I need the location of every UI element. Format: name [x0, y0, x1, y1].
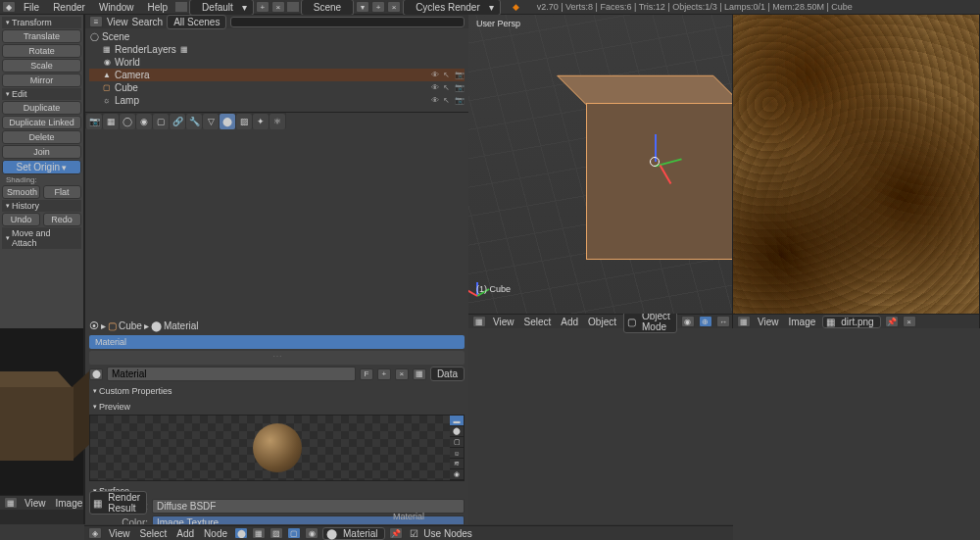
remove-layout-icon[interactable]: × — [271, 1, 285, 13]
pivot-icon[interactable]: ⊕ — [699, 316, 712, 327]
custom-props-header[interactable]: Custom Properties — [89, 385, 465, 397]
eye-icon[interactable]: 👁 — [431, 71, 441, 79]
texture-nodes-icon[interactable]: ▨ — [270, 527, 283, 539]
delete-button[interactable]: Delete — [2, 130, 81, 144]
layers-tab-icon[interactable]: ▦ — [103, 114, 119, 129]
pin-icon[interactable]: 📌 — [885, 316, 899, 327]
render-view-menu[interactable]: View — [22, 498, 49, 509]
physics-tab-icon[interactable]: ⚛ — [270, 114, 285, 129]
world-tab-icon[interactable]: ◉ — [136, 114, 152, 129]
render-image-dropdown[interactable]: ▦ Render Result — [89, 491, 147, 515]
scene-tab-icon[interactable]: ◯ — [120, 114, 135, 129]
add-menu[interactable]: Add — [558, 317, 581, 327]
mat-browse-icon[interactable]: ⬤ — [89, 368, 103, 380]
render-tab-icon[interactable]: 📷 — [86, 114, 102, 129]
mat-add-icon[interactable]: + — [377, 368, 391, 380]
move-attach-header[interactable]: Move and Attach — [2, 227, 81, 249]
constraint-tab-icon[interactable]: 🔗 — [170, 114, 185, 129]
undo-button[interactable]: Undo — [2, 213, 40, 226]
object-shader-icon[interactable]: ▢ — [287, 527, 301, 539]
preview-sphere-icon[interactable]: ⬤ — [450, 426, 464, 437]
menu-window[interactable]: Window — [93, 1, 140, 14]
node-add-menu[interactable]: Add — [173, 528, 197, 539]
object-menu[interactable]: Object — [585, 317, 619, 327]
remove-scene-icon[interactable]: × — [387, 1, 401, 13]
render-icon[interactable]: 📷 — [455, 96, 465, 105]
scale-button[interactable]: Scale — [2, 59, 81, 73]
eye-icon[interactable]: 👁 — [431, 96, 441, 105]
material-slot[interactable]: Material — [89, 335, 465, 349]
smooth-button[interactable]: Smooth — [2, 185, 40, 199]
node-material-dropdown[interactable]: ⬤ Material — [322, 527, 385, 540]
remove-image-icon[interactable]: × — [903, 316, 916, 327]
render-image[interactable] — [0, 328, 83, 495]
menu-render[interactable]: Render — [47, 1, 91, 14]
tree-renderlayers-row[interactable]: ▦RenderLayers▦ — [89, 43, 465, 56]
view-menu[interactable]: View — [490, 317, 517, 327]
preview-monkey-icon[interactable]: ☺ — [450, 448, 464, 459]
layout-dropdown[interactable]: Default ▾ — [189, 0, 254, 16]
modifier-tab-icon[interactable]: 🔧 — [186, 114, 202, 129]
node-node-menu[interactable]: Node — [201, 528, 230, 539]
tree-camera-row[interactable]: ▲Camera👁↖📷 — [89, 69, 465, 81]
engine-dropdown[interactable]: Cycles Render ▾ — [403, 0, 501, 16]
preview-cube-icon[interactable]: ▢ — [450, 437, 464, 448]
preview-world-icon[interactable]: ◉ — [450, 469, 464, 480]
node-view-menu[interactable]: View — [106, 528, 133, 539]
data-link-dropdown[interactable]: Data — [430, 367, 465, 381]
editor-type-icon[interactable]: ▦ — [472, 316, 486, 327]
set-origin-dropdown[interactable]: Set Origin ▾ — [2, 160, 81, 174]
outliner-type-icon[interactable]: ≡ — [89, 16, 103, 27]
render-icon[interactable]: 📷 — [455, 71, 465, 79]
mirror-button[interactable]: Mirror — [2, 74, 81, 87]
preview-header[interactable]: Preview — [89, 401, 465, 413]
cursor-icon[interactable]: ↖ — [443, 71, 453, 79]
node-pin-icon[interactable]: 📌 — [389, 527, 403, 539]
blender-icon[interactable]: ◆ — [2, 1, 16, 13]
cursor-icon[interactable]: ↖ — [443, 96, 453, 105]
mat-remove-icon[interactable]: × — [395, 368, 409, 380]
particle-tab-icon[interactable]: ✦ — [253, 114, 269, 129]
menu-help[interactable]: Help — [142, 1, 174, 14]
node-editor[interactable]: Frame:1 | Time:00:00.68 | Mem:3.09M, Pea… — [84, 524, 733, 540]
eye-icon[interactable]: 👁 — [431, 83, 441, 92]
viewport-3d[interactable]: User Persp (1) Cube ▦ View Select Add Ob… — [468, 15, 733, 328]
select-menu[interactable]: Select — [521, 317, 555, 327]
transform-header[interactable]: Transform — [2, 17, 81, 28]
cursor-icon[interactable]: ↖ — [443, 83, 453, 92]
material-name-input[interactable] — [107, 367, 356, 381]
node-icon[interactable]: ▦ — [413, 368, 426, 380]
outliner-filter[interactable]: All Scenes — [167, 15, 226, 29]
outliner-view-menu[interactable]: View — [107, 17, 128, 27]
node-select-menu[interactable]: Select — [137, 528, 171, 539]
world-shader-icon[interactable]: ◉ — [305, 527, 318, 539]
render-image-menu[interactable]: Image — [53, 498, 86, 509]
translate-button[interactable]: Translate — [2, 29, 81, 43]
tree-world-row[interactable]: ◉World — [89, 56, 465, 69]
node-editor-type-icon[interactable]: ◈ — [88, 527, 102, 539]
uv-editor-type-icon[interactable]: ▦ — [737, 316, 751, 327]
outliner-search-input[interactable] — [230, 17, 465, 27]
shader-nodes-icon[interactable]: ⬤ — [234, 527, 248, 539]
data-tab-icon[interactable]: ▽ — [203, 114, 219, 129]
preview-flat-icon[interactable]: ▬ — [450, 416, 464, 426]
add-scene-icon[interactable]: + — [371, 1, 385, 13]
image-dropdown[interactable]: ▦ dirt.png — [822, 316, 880, 328]
render-editor-type-icon[interactable]: ▦ — [4, 497, 18, 509]
material-tab-icon[interactable]: ⬤ — [220, 114, 235, 129]
tree-cube-row[interactable]: ▢Cube👁↖📷 — [89, 81, 465, 94]
rotate-button[interactable]: Rotate — [2, 44, 81, 58]
fake-user-icon[interactable]: F — [360, 368, 373, 380]
object-tab-icon[interactable]: ▢ — [153, 114, 169, 129]
tree-lamp-row[interactable]: ☼Lamp👁↖📷 — [89, 94, 465, 107]
texture-image[interactable] — [733, 15, 979, 314]
outliner-search-menu[interactable]: Search — [132, 17, 164, 27]
history-header[interactable]: History — [2, 200, 81, 212]
manipulator-icon[interactable]: ↔ — [716, 316, 730, 327]
compositor-nodes-icon[interactable]: ▦ — [252, 527, 266, 539]
add-layout-icon[interactable]: + — [256, 1, 270, 13]
duplicate-linked-button[interactable]: Duplicate Linked — [2, 116, 81, 129]
flat-button[interactable]: Flat — [43, 185, 81, 199]
edit-header[interactable]: Edit — [2, 88, 81, 100]
uv-image-menu[interactable]: Image — [786, 317, 819, 327]
